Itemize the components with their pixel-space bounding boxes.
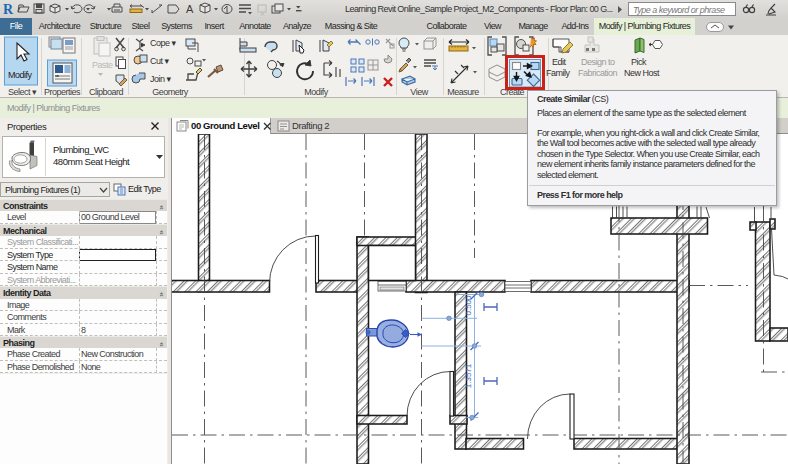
svg-text:New Host: New Host: [624, 68, 660, 78]
svg-text:R: R: [3, 2, 14, 17]
svg-text:Edit: Edit: [552, 57, 567, 67]
svg-text:Modify: Modify: [8, 70, 33, 80]
svg-text:Fabrication: Fabrication: [578, 68, 618, 78]
svg-text:Cope ▾: Cope ▾: [150, 38, 177, 48]
svg-text:Pick: Pick: [631, 57, 647, 67]
svg-text:Family: Family: [546, 68, 570, 78]
svg-text:Cut ▾: Cut ▾: [150, 56, 170, 66]
svg-text:0.500: 0.500: [464, 295, 473, 316]
svg-text:Design to: Design to: [581, 57, 615, 67]
svg-text:Join ▾: Join ▾: [150, 74, 172, 84]
svg-text:1.3571: 1.3571: [464, 363, 473, 388]
svg-text:Paste: Paste: [92, 60, 113, 70]
svg-text:A: A: [186, 3, 194, 15]
